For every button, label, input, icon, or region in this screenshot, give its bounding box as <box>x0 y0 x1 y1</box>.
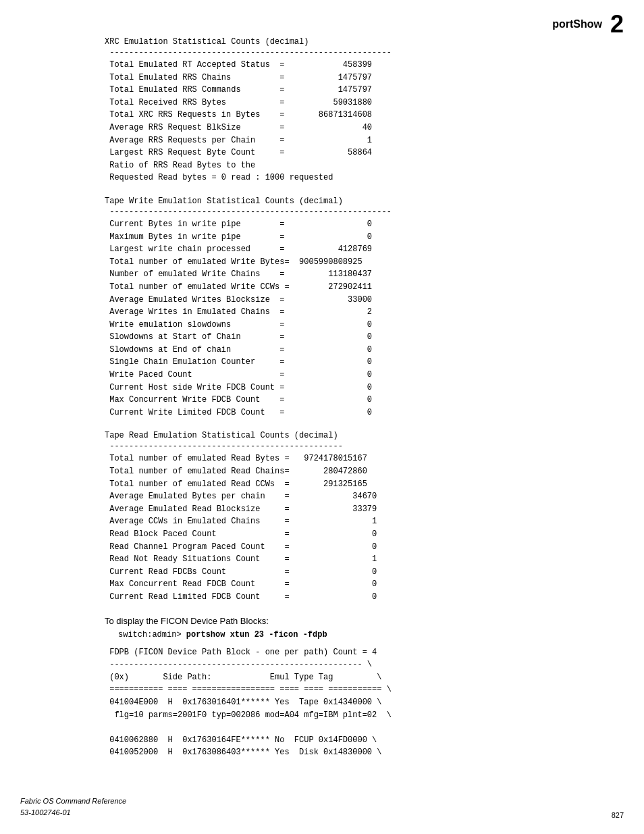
fdpb-block: FDPB (FICON Device Path Block - one per … <box>105 646 624 759</box>
tape-read-divider: ----------------------------------------… <box>105 442 624 451</box>
tape-read-data-block: Total number of emulated Read Bytes = 97… <box>105 452 624 603</box>
tape-write-divider: ----------------------------------------… <box>105 207 624 217</box>
footer: Fabric OS Command Reference 53-1002746-0… <box>20 796 624 819</box>
page-title: portShow <box>552 18 602 30</box>
page-header: portShow 2 <box>552 12 624 36</box>
footer-page-number: 827 <box>612 811 624 819</box>
footer-left: Fabric OS Command Reference 53-1002746-0… <box>20 796 126 819</box>
command-line: switch:admin> portshow xtun 23 -ficon -f… <box>118 630 624 640</box>
xrc-section-title: XRC Emulation Statistical Counts (decima… <box>105 37 624 47</box>
footer-doc-number: 53-1002746-01 <box>20 807 126 819</box>
footer-doc-title: Fabric OS Command Reference <box>20 796 126 808</box>
tape-write-section-title: Tape Write Emulation Statistical Counts … <box>105 197 624 206</box>
prose-line: To display the FICON Device Path Blocks: <box>105 616 624 626</box>
main-content: XRC Emulation Statistical Counts (decima… <box>0 0 644 798</box>
tape-write-data-block: Current Bytes in write pipe = 0 Maximum … <box>105 218 624 419</box>
xrc-data-block: Total Emulated RT Accepted Status = 4583… <box>105 59 624 184</box>
xrc-divider: ----------------------------------------… <box>105 48 624 57</box>
page-number-header: 2 <box>610 12 624 36</box>
tape-read-section-title: Tape Read Emulation Statistical Counts (… <box>105 431 624 440</box>
